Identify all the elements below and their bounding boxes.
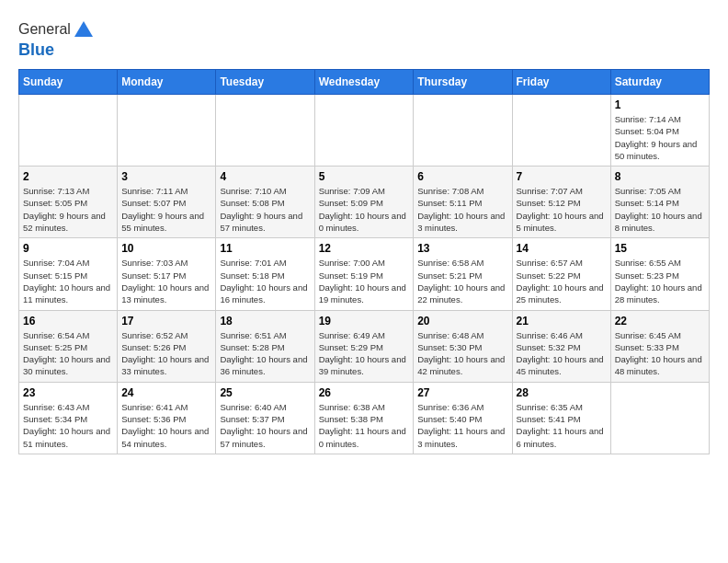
day-info: Sunrise: 6:46 AM Sunset: 5:32 PM Dayligh… <box>517 329 607 378</box>
weekday-header-cell: Wednesday <box>314 70 414 95</box>
svg-marker-0 <box>74 21 93 37</box>
calendar-cell: 17Sunrise: 6:52 AM Sunset: 5:26 PM Dayli… <box>118 310 216 382</box>
day-info: Sunrise: 7:01 AM Sunset: 5:18 PM Dayligh… <box>220 257 310 305</box>
day-info: Sunrise: 7:10 AM Sunset: 5:08 PM Dayligh… <box>220 185 310 234</box>
day-number: 4 <box>220 170 310 183</box>
weekday-header-cell: Sunday <box>19 70 118 95</box>
day-info: Sunrise: 6:58 AM Sunset: 5:21 PM Dayligh… <box>417 257 507 305</box>
day-number: 16 <box>23 315 113 327</box>
day-info: Sunrise: 7:03 AM Sunset: 5:17 PM Dayligh… <box>121 257 211 305</box>
calendar-cell: 13Sunrise: 6:58 AM Sunset: 5:21 PM Dayli… <box>414 238 512 310</box>
calendar-cell <box>19 95 118 167</box>
calendar-cell: 6Sunrise: 7:08 AM Sunset: 5:11 PM Daylig… <box>414 167 512 238</box>
calendar-week-row: 23Sunrise: 6:43 AM Sunset: 5:34 PM Dayli… <box>19 382 710 454</box>
day-number: 19 <box>319 315 410 327</box>
calendar-cell: 11Sunrise: 7:01 AM Sunset: 5:18 PM Dayli… <box>216 238 314 310</box>
day-info: Sunrise: 6:36 AM Sunset: 5:40 PM Dayligh… <box>417 401 507 450</box>
day-info: Sunrise: 6:43 AM Sunset: 5:34 PM Dayligh… <box>23 401 113 450</box>
logo: General Blue <box>18 18 95 60</box>
day-info: Sunrise: 6:41 AM Sunset: 5:36 PM Dayligh… <box>121 401 211 450</box>
calendar-cell: 25Sunrise: 6:40 AM Sunset: 5:37 PM Dayli… <box>216 382 314 454</box>
day-number: 1 <box>615 98 705 111</box>
day-number: 14 <box>517 242 607 255</box>
day-number: 18 <box>220 315 310 327</box>
calendar-week-row: 2Sunrise: 7:13 AM Sunset: 5:05 PM Daylig… <box>19 167 710 238</box>
calendar-body: 1Sunrise: 7:14 AM Sunset: 5:04 PM Daylig… <box>19 95 710 454</box>
day-info: Sunrise: 7:07 AM Sunset: 5:12 PM Dayligh… <box>517 185 607 234</box>
day-number: 15 <box>615 242 705 255</box>
calendar-cell: 4Sunrise: 7:10 AM Sunset: 5:08 PM Daylig… <box>216 167 314 238</box>
calendar-cell <box>314 95 414 167</box>
calendar-cell: 20Sunrise: 6:48 AM Sunset: 5:30 PM Dayli… <box>414 310 512 382</box>
calendar-cell: 9Sunrise: 7:04 AM Sunset: 5:15 PM Daylig… <box>19 238 118 310</box>
logo-general-text: General <box>18 21 71 38</box>
day-number: 7 <box>517 170 607 183</box>
day-info: Sunrise: 6:55 AM Sunset: 5:23 PM Dayligh… <box>615 257 705 305</box>
calendar-cell: 24Sunrise: 6:41 AM Sunset: 5:36 PM Dayli… <box>118 382 216 454</box>
weekday-header-cell: Friday <box>512 70 610 95</box>
day-number: 21 <box>517 315 607 327</box>
day-info: Sunrise: 6:49 AM Sunset: 5:29 PM Dayligh… <box>319 329 410 378</box>
header: General Blue <box>18 18 710 60</box>
day-info: Sunrise: 6:40 AM Sunset: 5:37 PM Dayligh… <box>220 401 310 450</box>
calendar-cell <box>512 95 610 167</box>
day-number: 10 <box>121 242 211 255</box>
day-number: 20 <box>417 315 507 327</box>
day-info: Sunrise: 6:52 AM Sunset: 5:26 PM Dayligh… <box>121 329 211 378</box>
day-info: Sunrise: 6:45 AM Sunset: 5:33 PM Dayligh… <box>615 329 705 378</box>
day-info: Sunrise: 6:48 AM Sunset: 5:30 PM Dayligh… <box>417 329 507 378</box>
day-info: Sunrise: 6:38 AM Sunset: 5:38 PM Dayligh… <box>319 401 410 450</box>
weekday-header-cell: Tuesday <box>216 70 314 95</box>
weekday-header-cell: Monday <box>118 70 216 95</box>
day-number: 17 <box>121 315 211 327</box>
day-number: 8 <box>615 170 705 183</box>
day-number: 12 <box>319 242 410 255</box>
day-number: 27 <box>417 386 507 399</box>
day-number: 28 <box>517 386 607 399</box>
day-info: Sunrise: 7:00 AM Sunset: 5:19 PM Dayligh… <box>319 257 410 305</box>
calendar-cell: 21Sunrise: 6:46 AM Sunset: 5:32 PM Dayli… <box>512 310 610 382</box>
day-info: Sunrise: 7:05 AM Sunset: 5:14 PM Dayligh… <box>615 185 705 234</box>
day-number: 2 <box>23 170 113 183</box>
day-info: Sunrise: 6:51 AM Sunset: 5:28 PM Dayligh… <box>220 329 310 378</box>
calendar-cell: 12Sunrise: 7:00 AM Sunset: 5:19 PM Dayli… <box>314 238 414 310</box>
day-number: 23 <box>23 386 113 399</box>
day-info: Sunrise: 7:14 AM Sunset: 5:04 PM Dayligh… <box>615 113 705 162</box>
day-info: Sunrise: 7:11 AM Sunset: 5:07 PM Dayligh… <box>121 185 211 234</box>
calendar-cell: 8Sunrise: 7:05 AM Sunset: 5:14 PM Daylig… <box>610 167 709 238</box>
day-info: Sunrise: 6:57 AM Sunset: 5:22 PM Dayligh… <box>517 257 607 305</box>
calendar-cell: 7Sunrise: 7:07 AM Sunset: 5:12 PM Daylig… <box>512 167 610 238</box>
day-info: Sunrise: 7:13 AM Sunset: 5:05 PM Dayligh… <box>23 185 113 234</box>
calendar-cell: 19Sunrise: 6:49 AM Sunset: 5:29 PM Dayli… <box>314 310 414 382</box>
calendar-cell: 5Sunrise: 7:09 AM Sunset: 5:09 PM Daylig… <box>314 167 414 238</box>
calendar-cell: 18Sunrise: 6:51 AM Sunset: 5:28 PM Dayli… <box>216 310 314 382</box>
weekday-header-row: SundayMondayTuesdayWednesdayThursdayFrid… <box>19 70 710 95</box>
calendar-week-row: 9Sunrise: 7:04 AM Sunset: 5:15 PM Daylig… <box>19 238 710 310</box>
calendar-cell: 26Sunrise: 6:38 AM Sunset: 5:38 PM Dayli… <box>314 382 414 454</box>
calendar-cell: 16Sunrise: 6:54 AM Sunset: 5:25 PM Dayli… <box>19 310 118 382</box>
logo-icon <box>73 18 95 40</box>
calendar-cell: 27Sunrise: 6:36 AM Sunset: 5:40 PM Dayli… <box>414 382 512 454</box>
calendar-cell: 23Sunrise: 6:43 AM Sunset: 5:34 PM Dayli… <box>19 382 118 454</box>
day-number: 22 <box>615 315 705 327</box>
day-number: 26 <box>319 386 410 399</box>
day-number: 5 <box>319 170 410 183</box>
calendar-table: SundayMondayTuesdayWednesdayThursdayFrid… <box>18 69 710 454</box>
weekday-header-cell: Thursday <box>414 70 512 95</box>
day-number: 13 <box>417 242 507 255</box>
weekday-header-cell: Saturday <box>610 70 709 95</box>
day-number: 24 <box>121 386 211 399</box>
day-info: Sunrise: 7:09 AM Sunset: 5:09 PM Dayligh… <box>319 185 410 234</box>
calendar-cell <box>216 95 314 167</box>
calendar-cell <box>118 95 216 167</box>
calendar-cell <box>610 382 709 454</box>
day-info: Sunrise: 7:04 AM Sunset: 5:15 PM Dayligh… <box>23 257 113 305</box>
calendar-week-row: 16Sunrise: 6:54 AM Sunset: 5:25 PM Dayli… <box>19 310 710 382</box>
day-number: 25 <box>220 386 310 399</box>
day-info: Sunrise: 6:54 AM Sunset: 5:25 PM Dayligh… <box>23 329 113 378</box>
calendar-cell: 10Sunrise: 7:03 AM Sunset: 5:17 PM Dayli… <box>118 238 216 310</box>
day-number: 11 <box>220 242 310 255</box>
calendar-cell <box>414 95 512 167</box>
day-info: Sunrise: 6:35 AM Sunset: 5:41 PM Dayligh… <box>517 401 607 450</box>
calendar-week-row: 1Sunrise: 7:14 AM Sunset: 5:04 PM Daylig… <box>19 95 710 167</box>
